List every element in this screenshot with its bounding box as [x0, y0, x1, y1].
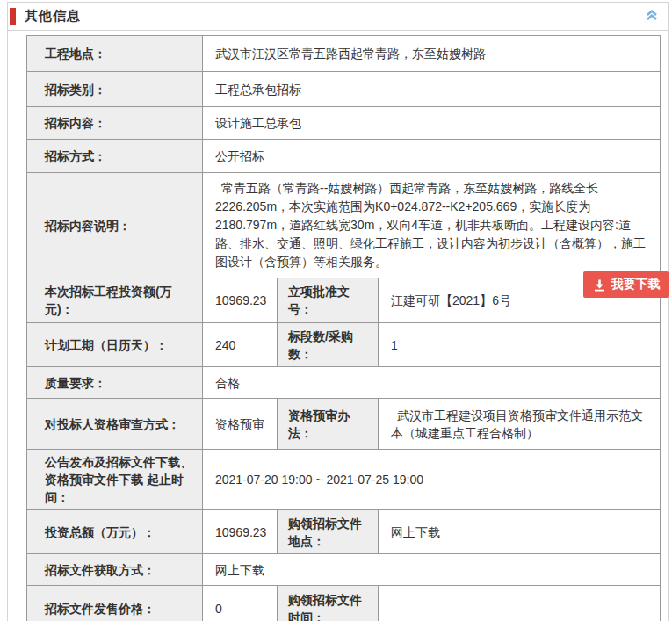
other-info-panel: 其他信息 工程地点： 武汉市江汉区常青五路西起常青路，东至姑嫂树路 招标类别： …: [7, 2, 669, 621]
panel-title: 其他信息: [25, 8, 81, 25]
field-value: 武汉市江汉区常青五路西起常青路，东至姑嫂树路: [203, 36, 661, 72]
field-sublabel: 资格预审办法：: [278, 399, 379, 450]
field-value: 10969.23: [203, 278, 278, 323]
field-label: 投资总额（万元）：: [27, 510, 203, 554]
field-value: 合格: [203, 367, 661, 399]
field-label: 计划工期（日历天）：: [27, 323, 203, 367]
field-subvalue: 网上下载: [379, 510, 661, 554]
field-label: 公告发布及招标文件下载、资格预审文件下载 起止时间：: [27, 450, 203, 510]
field-label: 对投标人资格审查方式：: [27, 399, 203, 450]
field-subvalue: 1: [379, 323, 661, 367]
download-button-label: 我要下载: [611, 277, 661, 292]
field-value: 网上下载: [203, 554, 661, 586]
field-subvalue: 武汉市工程建设项目资格预审文件通用示范文本（城建重点工程合格制）: [379, 399, 661, 450]
field-label: 质量要求：: [27, 367, 203, 399]
table-row: 质量要求： 合格: [27, 367, 661, 399]
field-value: 常青五路（常青路--姑嫂树路）西起常青路，东至姑嫂树路，路线全长2226.205…: [203, 173, 661, 278]
table-row: 公告发布及招标文件下载、资格预审文件下载 起止时间： 2021-07-20 19…: [27, 450, 661, 510]
field-sublabel: 立项批准文号：: [278, 278, 379, 323]
field-value: 240: [203, 323, 278, 367]
table-row: 工程地点： 武汉市江汉区常青五路西起常青路，东至姑嫂树路: [27, 36, 661, 72]
field-label: 本次招标工程投资额(万元)：: [27, 278, 203, 323]
download-button[interactable]: 我要下载: [583, 271, 669, 298]
field-value: 10969.23: [203, 510, 278, 554]
field-label: 招标文件获取方式：: [27, 554, 203, 586]
table-row: 本次招标工程投资额(万元)： 10969.23 立项批准文号： 江建可研【202…: [27, 278, 661, 323]
table-row: 招标文件获取方式： 网上下载: [27, 554, 661, 586]
table-row: 招标内容说明： 常青五路（常青路--姑嫂树路）西起常青路，东至姑嫂树路，路线全长…: [27, 173, 661, 278]
field-label: 招标内容说明：: [27, 173, 203, 278]
field-sublabel: 购领招标文件地点：: [278, 510, 379, 554]
table-row: 招标内容： 设计施工总承包: [27, 107, 661, 140]
field-value: 工程总承包招标: [203, 72, 661, 107]
field-sublabel: 购领招标文件时间：: [278, 586, 379, 621]
field-value: 0: [203, 586, 278, 621]
field-value: 设计施工总承包: [203, 107, 661, 140]
table-row: 投资总额（万元）： 10969.23 购领招标文件地点： 网上下载: [27, 510, 661, 554]
table-row: 招标类别： 工程总承包招标: [27, 72, 661, 107]
accent-bar: [10, 8, 16, 25]
field-value: 公开招标: [203, 140, 661, 173]
table-row: 计划工期（日历天）： 240 标段数/采购数： 1: [27, 323, 661, 367]
field-subvalue: [379, 586, 661, 621]
field-sublabel: 标段数/采购数：: [278, 323, 379, 367]
table-row: 对投标人资格审查方式： 资格预审 资格预审办法： 武汉市工程建设项目资格预审文件…: [27, 399, 661, 450]
table-row: 招标文件发售价格： 0 购领招标文件时间：: [27, 586, 661, 621]
other-info-table: 工程地点： 武汉市江汉区常青五路西起常青路，东至姑嫂树路 招标类别： 工程总承包…: [26, 35, 661, 621]
panel-body: 工程地点： 武汉市江汉区常青五路西起常青路，东至姑嫂树路 招标类别： 工程总承包…: [8, 31, 668, 621]
field-label: 招标方式：: [27, 140, 203, 173]
field-label: 招标内容：: [27, 107, 203, 140]
field-value: 2021-07-20 19:00 ~ 2021-07-25 19:00: [203, 450, 661, 510]
field-label: 招标类别：: [27, 72, 203, 107]
field-label: 工程地点：: [27, 36, 203, 72]
chevron-double-up-icon: [645, 8, 659, 25]
field-value: 资格预审: [203, 399, 278, 450]
field-label: 招标文件发售价格：: [27, 586, 203, 621]
panel-header: 其他信息: [8, 3, 668, 31]
download-icon: [593, 278, 606, 292]
collapse-button[interactable]: [642, 7, 661, 26]
table-row: 招标方式： 公开招标: [27, 140, 661, 173]
